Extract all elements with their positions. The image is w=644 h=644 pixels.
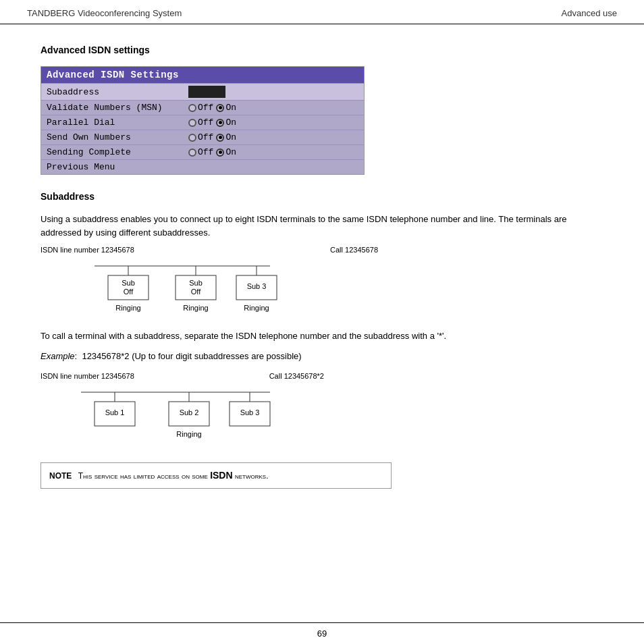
page-number: 69 — [317, 628, 327, 639]
diagram1: ISDN line number 12345678 Call 12345678 … — [41, 246, 603, 316]
parallel-on-radio[interactable] — [216, 119, 224, 127]
svg-text:Ringing: Ringing — [244, 304, 269, 312]
subaddress-input[interactable] — [188, 86, 225, 98]
svg-text:Ringing: Ringing — [183, 304, 208, 312]
validate-on-radio[interactable] — [216, 104, 224, 112]
subaddress-section: Subaddress Using a subaddress enables yo… — [41, 191, 603, 442]
svg-text:Off: Off — [124, 288, 134, 296]
validate-radio-group: Off On — [188, 103, 236, 113]
validate-on-option[interactable]: On — [216, 103, 236, 113]
diagram1-right-label: Call 12345678 — [330, 246, 378, 254]
diagram1-svg: Sub Off Sub Off Sub 3 Ringing Ringing Ri… — [41, 255, 324, 316]
diagram2-svg: Sub 1 Sub 2 Sub 3 Ringing — [41, 381, 324, 442]
sending-complete-on-option[interactable]: On — [216, 147, 236, 157]
main-content: Advanced ISDN settings Advanced ISDN Set… — [0, 24, 644, 516]
diagram2-top-labels: ISDN line number 12345678 Call 12345678*… — [41, 372, 324, 380]
isdn-row-previous-menu[interactable]: Previous Menu — [41, 159, 364, 174]
sending-complete-off-radio[interactable] — [188, 149, 196, 157]
svg-text:Ringing: Ringing — [115, 304, 140, 312]
parallel-off-label: Off — [198, 117, 213, 128]
isdn-row-parallel: Parallel Dial Off On — [41, 115, 364, 130]
diagram2: ISDN line number 12345678 Call 12345678*… — [41, 372, 603, 442]
svg-text:Off: Off — [191, 288, 201, 296]
isdn-row-sending-complete: Sending Complete Off On — [41, 144, 364, 159]
validate-off-option[interactable]: Off — [188, 103, 213, 113]
top-bar-left: TANDBERG Videoconferencing System — [27, 8, 182, 18]
note-label: NOTE — [49, 471, 72, 481]
validate-off-radio[interactable] — [188, 104, 196, 112]
sending-complete-on-radio[interactable] — [216, 149, 224, 157]
send-own-radio-group: Off On — [188, 132, 236, 142]
svg-text:Sub: Sub — [122, 279, 135, 287]
note-text: This service has limited access on some … — [78, 471, 269, 481]
sending-complete-radio-group: Off On — [188, 147, 236, 157]
sending-complete-on-label: On — [225, 147, 236, 157]
isdn-label-validate: Validate Numbers (MSN) — [47, 103, 188, 113]
section-heading: Advanced ISDN settings — [41, 45, 603, 55]
send-own-off-radio[interactable] — [188, 134, 196, 142]
diagram1-top-labels: ISDN line number 12345678 Call 12345678 — [41, 246, 378, 254]
svg-text:Sub: Sub — [189, 279, 203, 287]
send-own-on-radio[interactable] — [216, 134, 224, 142]
top-bar-right: Advanced use — [562, 8, 617, 18]
footer: 69 — [0, 622, 644, 644]
note-text-after: networks. — [233, 471, 269, 481]
parallel-off-radio[interactable] — [188, 119, 196, 127]
send-own-off-option[interactable]: Off — [188, 132, 213, 142]
isdn-label-parallel: Parallel Dial — [47, 117, 188, 128]
isdn-settings-table: Advanced ISDN Settings Subaddress Valida… — [41, 66, 365, 175]
isdn-row-send-own: Send Own Numbers Off On — [41, 130, 364, 144]
sending-complete-off-label: Off — [198, 147, 213, 157]
svg-text:Sub 3: Sub 3 — [247, 282, 267, 290]
previous-menu-label: Previous Menu — [47, 162, 115, 172]
validate-on-label: On — [225, 103, 236, 113]
page: TANDBERG Videoconferencing System Advanc… — [0, 0, 644, 644]
sending-complete-off-option[interactable]: Off — [188, 147, 213, 157]
note-text-before: This service has limited access on some — [78, 471, 210, 481]
subaddress-para1: Using a subaddress enables you to connec… — [41, 213, 603, 239]
parallel-on-label: On — [225, 117, 236, 128]
isdn-row-subaddress: Subaddress — [41, 83, 364, 100]
validate-off-label: Off — [198, 103, 213, 113]
isdn-row-validate: Validate Numbers (MSN) Off On — [41, 100, 364, 115]
svg-text:Sub 3: Sub 3 — [240, 408, 260, 417]
isdn-table-header: Advanced ISDN Settings — [41, 67, 364, 83]
subaddress-para2: To call a terminal with a subaddress, se… — [41, 329, 603, 343]
parallel-radio-group: Off On — [188, 117, 236, 128]
diagram1-left-label: ISDN line number 12345678 — [41, 246, 134, 254]
isdn-label-send-own: Send Own Numbers — [47, 132, 188, 142]
diagram2-left-label: ISDN line number 12345678 — [41, 372, 134, 380]
svg-text:Sub 1: Sub 1 — [105, 408, 125, 417]
example-italic: Example — [41, 351, 75, 361]
svg-text:Sub 2: Sub 2 — [180, 408, 199, 417]
send-own-on-label: On — [225, 132, 236, 142]
parallel-off-option[interactable]: Off — [188, 117, 213, 128]
diagram2-right-label: Call 12345678*2 — [269, 372, 324, 380]
isdn-label-sending-complete: Sending Complete — [47, 147, 188, 157]
send-own-off-label: Off — [198, 132, 213, 142]
note-isdn-word: ISDN — [210, 470, 232, 481]
parallel-on-option[interactable]: On — [216, 117, 236, 128]
isdn-label-subaddress: Subaddress — [47, 87, 188, 97]
top-bar: TANDBERG Videoconferencing System Advanc… — [0, 0, 644, 24]
example-line: Example: 12345678*2 (Up to four digit su… — [41, 350, 603, 363]
note-box: NOTE This service has limited access on … — [41, 462, 392, 489]
subaddress-heading: Subaddress — [41, 191, 603, 202]
svg-text:Ringing: Ringing — [176, 430, 201, 438]
send-own-on-option[interactable]: On — [216, 132, 236, 142]
